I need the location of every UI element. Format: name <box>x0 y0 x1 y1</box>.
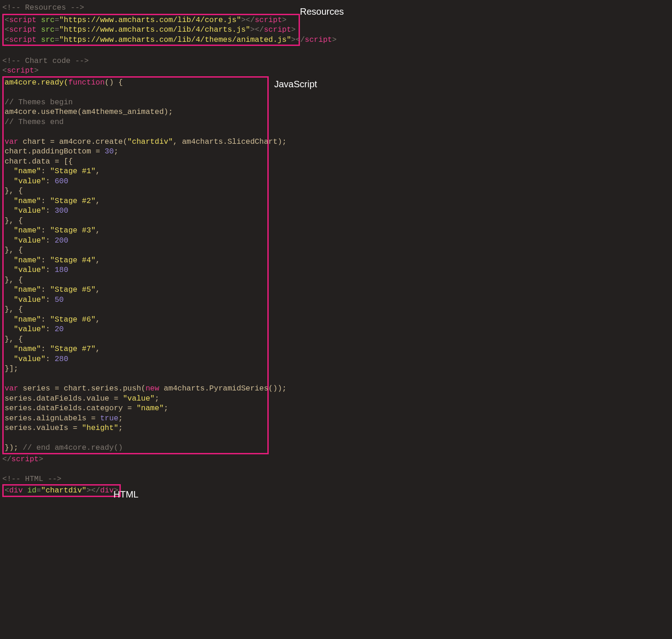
resource-line-2: <script src="https://www.amcharts.com/li… <box>5 25 298 35</box>
html-code-block: <div id="chartdiv"></div> <box>2 484 121 497</box>
label-resources: Resources <box>300 6 344 17</box>
label-html: HTML <box>113 489 138 500</box>
comment-chartcode: <!-- Chart code --> <box>2 56 670 66</box>
resource-line-1: <script src="https://www.amcharts.com/li… <box>5 15 298 25</box>
resources-code-block: <script src="https://www.amcharts.com/li… <box>2 14 300 46</box>
javascript-code-block: am4core.ready(function() { // Themes beg… <box>2 76 269 454</box>
comment-html: <!-- HTML --> <box>2 474 670 484</box>
script-open-tag: <script> <box>2 66 670 76</box>
resource-line-3: <script src="https://www.amcharts.com/li… <box>5 35 298 45</box>
label-javascript: JavaScript <box>274 79 317 90</box>
script-close-tag: </script> <box>2 454 670 464</box>
